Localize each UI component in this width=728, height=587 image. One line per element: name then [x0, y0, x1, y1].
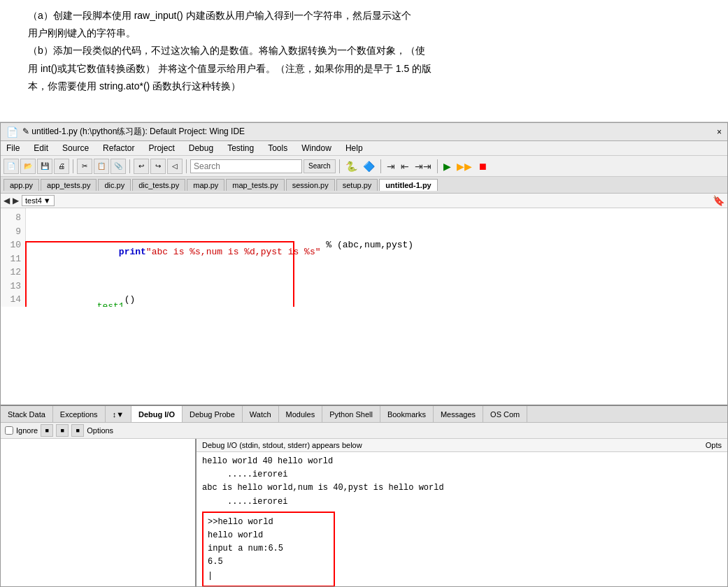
- window-close-btn[interactable]: ×: [717, 127, 722, 137]
- opts-label[interactable]: Opts: [706, 441, 722, 449]
- tab-map-py[interactable]: map.py: [187, 179, 224, 191]
- doc-line-3: （b）添加一段类似的代码，不过这次输入的是数值。将输入数据转换为一个数值对象，（…: [28, 42, 714, 59]
- tab-app-py[interactable]: app.py: [3, 179, 39, 191]
- tab-messages-label: Messages: [441, 410, 476, 419]
- menu-tools[interactable]: Tools: [265, 143, 290, 154]
- search-button[interactable]: Search: [304, 159, 336, 173]
- copy-btn[interactable]: 📋: [94, 159, 109, 174]
- tab-stack-data[interactable]: Stack Data: [1, 406, 53, 422]
- tab-messages[interactable]: Messages: [434, 406, 483, 422]
- editor-padding: [1, 307, 727, 405]
- input-line-3: input a num:6.5: [208, 542, 329, 556]
- debug-icon[interactable]: ▶▶: [455, 160, 474, 173]
- nav-dropdown[interactable]: test4 ▼: [22, 195, 55, 206]
- doc-line-5: 本，你需要使用 string.ato*() 函数执行这种转换）: [28, 78, 714, 95]
- doc-line-4: 用 int()或其它数值转换函数） 并将这个值显示给用户看。（注意，如果你用的是…: [28, 60, 714, 78]
- editor-area[interactable]: 8 9 10 11 12 13 14 15 16 print "abc is %…: [1, 208, 727, 307]
- tab-arrow-label: ↕▼: [113, 410, 124, 419]
- tab-debug-io[interactable]: Debug I/O: [131, 406, 183, 422]
- tab-dic-py[interactable]: dic.py: [98, 179, 131, 191]
- menu-edit[interactable]: Edit: [31, 143, 51, 154]
- menu-window[interactable]: Window: [299, 143, 334, 154]
- indent2-icon[interactable]: ⇥⇥: [413, 160, 434, 173]
- tab-session-py[interactable]: session.py: [286, 179, 335, 191]
- window-title: ✎ untitled-1.py (h:\python练习题): Default …: [22, 126, 245, 138]
- run-icon[interactable]: ▶: [441, 160, 453, 173]
- debug-input-box[interactable]: >>hello world hello world input a num:6.…: [202, 512, 335, 586]
- bottom-toolbar: Ignore ■ ■ ■ Options: [1, 423, 727, 439]
- menu-debug[interactable]: Debug: [186, 143, 216, 154]
- debug-line-4: .....ierorei: [202, 495, 722, 509]
- btn2[interactable]: ■: [56, 424, 69, 437]
- ignore-checkbox[interactable]: [5, 426, 13, 435]
- debug-header-text: Debug I/O (stdin, stdout, stderr) appear…: [202, 441, 362, 449]
- code-line-8: print "abc is %s,num is %d,pyst is %s" %…: [31, 238, 722, 266]
- search-input[interactable]: [190, 159, 302, 173]
- sep4: [339, 159, 340, 173]
- input-cursor-line: [208, 570, 329, 583]
- doc-line-1: （a）创建一段脚本使用 raw_input() 内建函数从用户输入得到一个字符串…: [28, 7, 714, 24]
- menu-project[interactable]: Project: [145, 143, 177, 154]
- tab-arrow[interactable]: ↕▼: [106, 406, 131, 422]
- cut-btn[interactable]: ✂: [77, 159, 92, 174]
- line-numbers: 8 9 10 11 12 13 14 15 16: [1, 208, 26, 307]
- tab-setup-py[interactable]: setup.py: [336, 179, 378, 191]
- bottom-panel: Stack Data Exceptions ↕▼ Debug I/O Debug…: [1, 405, 727, 586]
- btn1[interactable]: ■: [41, 424, 53, 437]
- options-label[interactable]: Options: [87, 426, 113, 435]
- debug-line-1: hello world 40 hello world: [202, 455, 722, 468]
- debug-left-panel: [1, 439, 197, 586]
- bookmark-icon[interactable]: 🔖: [713, 195, 725, 206]
- sep5: [380, 159, 381, 173]
- tab-python-shell[interactable]: Python Shell: [322, 406, 380, 422]
- outdent-icon[interactable]: ⇤: [399, 160, 411, 173]
- code-content[interactable]: print "abc is %s,num is %d,pyst is %s" %…: [26, 208, 727, 307]
- undo-btn[interactable]: ↩: [134, 159, 149, 174]
- tab-debug-io-label: Debug I/O: [138, 410, 175, 419]
- tab-exceptions-label: Exceptions: [60, 410, 98, 419]
- open-btn[interactable]: 📂: [20, 159, 36, 174]
- bottom-tabs: Stack Data Exceptions ↕▼ Debug I/O Debug…: [1, 406, 727, 423]
- btn3[interactable]: ■: [71, 424, 84, 437]
- tab-map-tests-py[interactable]: map_tests.py: [226, 179, 284, 191]
- ignore-label: Ignore: [16, 426, 38, 435]
- debug-header: Debug I/O (stdin, stdout, stderr) appear…: [197, 439, 727, 452]
- document-area: （a）创建一段脚本使用 raw_input() 内建函数从用户输入得到一个字符串…: [0, 0, 728, 122]
- paste-btn[interactable]: 📎: [110, 159, 126, 174]
- print-btn[interactable]: 🖨: [54, 159, 69, 174]
- back-btn[interactable]: ◁: [167, 159, 183, 174]
- tab-debug-probe[interactable]: Debug Probe: [183, 406, 243, 422]
- new-btn[interactable]: 📄: [3, 159, 19, 174]
- debug-content: hello world 40 hello world .....ierorei …: [197, 452, 727, 586]
- menu-refactor[interactable]: Refactor: [100, 143, 137, 154]
- python-icon: 🐍: [343, 160, 359, 173]
- tab-stack-data-label: Stack Data: [8, 410, 45, 419]
- tab-untitled-py[interactable]: untitled-1.py: [379, 179, 437, 191]
- menu-source[interactable]: Source: [59, 143, 92, 154]
- wingide-icon: 🔷: [361, 160, 377, 173]
- sep2: [129, 159, 130, 173]
- tab-watch-label: Watch: [250, 410, 271, 419]
- save-btn[interactable]: 💾: [37, 159, 52, 174]
- debug-right-panel: Debug I/O (stdin, stdout, stderr) appear…: [197, 439, 727, 586]
- nav-bar: ◀ ▶ test4 ▼ 🔖: [1, 194, 727, 208]
- redo-btn[interactable]: ↪: [150, 159, 166, 174]
- stop-icon[interactable]: ⏹: [476, 160, 490, 173]
- tab-dic-tests-py[interactable]: dic_tests.py: [132, 179, 185, 191]
- tab-modules[interactable]: Modules: [279, 406, 323, 422]
- tab-exceptions[interactable]: Exceptions: [53, 406, 106, 422]
- nav-forward[interactable]: ▶: [13, 196, 19, 205]
- indent-icon[interactable]: ⇥: [385, 160, 397, 173]
- debug-output: Debug I/O (stdin, stdout, stderr) appear…: [1, 439, 727, 586]
- nav-back[interactable]: ◀: [3, 196, 10, 205]
- tab-os-com[interactable]: OS Com: [483, 406, 527, 422]
- menu-help[interactable]: Help: [343, 143, 366, 154]
- tab-app-tests-py[interactable]: app_tests.py: [41, 179, 97, 191]
- code-line-9: test1(): [31, 293, 722, 307]
- menu-testing[interactable]: Testing: [224, 143, 257, 154]
- doc-line-2: 用户刚刚键入的字符串。: [28, 24, 714, 42]
- menu-file[interactable]: File: [3, 143, 22, 154]
- tab-bookmarks[interactable]: Bookmarks: [380, 406, 434, 422]
- tab-watch[interactable]: Watch: [243, 406, 279, 422]
- tab-modules-label: Modules: [286, 410, 315, 419]
